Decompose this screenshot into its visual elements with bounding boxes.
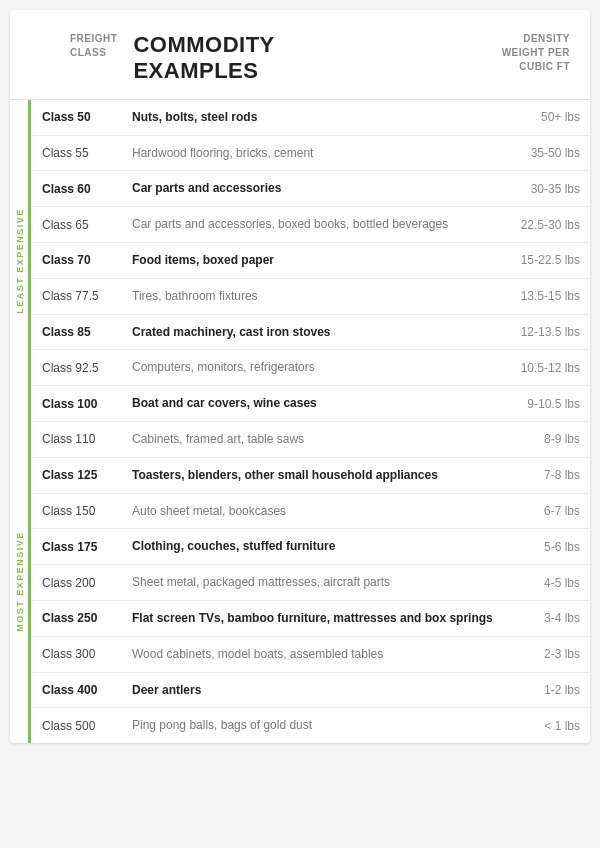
class-cell: Class 150 — [32, 493, 122, 529]
class-cell: Class 175 — [32, 529, 122, 565]
density-cell: 7-8 lbs — [510, 457, 590, 493]
density-cell: 4-5 lbs — [510, 565, 590, 601]
examples-cell: Hardwood flooring, bricks, cement — [122, 135, 510, 171]
class-cell: Class 50 — [32, 100, 122, 135]
examples-cell: Food items, boxed paper — [122, 242, 510, 278]
class-cell: Class 500 — [32, 708, 122, 743]
header-left: FREIGHT CLASS COMMODITY EXAMPLES — [70, 32, 275, 85]
class-cell: Class 55 — [32, 135, 122, 171]
table-row: Class 77.5Tires, bathroom fixtures13.5-1… — [32, 278, 590, 314]
table-row: Class 55Hardwood flooring, bricks, cemen… — [32, 135, 590, 171]
density-cell: 1-2 lbs — [510, 672, 590, 708]
examples-cell: Wood cabinets, model boats, assembled ta… — [122, 636, 510, 672]
table-row: Class 200Sheet metal, packaged mattresse… — [32, 565, 590, 601]
freight-class-label: FREIGHT CLASS — [70, 32, 117, 60]
table-row: Class 92.5Computers, monitors, refrigera… — [32, 350, 590, 386]
table-row: Class 400Deer antlers1-2 lbs — [32, 672, 590, 708]
class-cell: Class 200 — [32, 565, 122, 601]
examples-cell: Sheet metal, packaged mattresses, aircra… — [122, 565, 510, 601]
class-cell: Class 92.5 — [32, 350, 122, 386]
table-row: Class 60Car parts and accessories30-35 l… — [32, 171, 590, 207]
class-cell: Class 85 — [32, 314, 122, 350]
table-row: Class 85Crated machinery, cast iron stov… — [32, 314, 590, 350]
table-row: Class 70Food items, boxed paper15-22.5 l… — [32, 242, 590, 278]
density-cell: 30-35 lbs — [510, 171, 590, 207]
header: FREIGHT CLASS COMMODITY EXAMPLES DENSITY… — [10, 10, 590, 100]
class-cell: Class 125 — [32, 457, 122, 493]
table-row: Class 150Auto sheet metal, bookcases6-7 … — [32, 493, 590, 529]
density-label: DENSITY WEIGHT PER CUBIC FT — [502, 32, 570, 74]
class-cell: Class 70 — [32, 242, 122, 278]
density-cell: 6-7 lbs — [510, 493, 590, 529]
examples-cell: Crated machinery, cast iron stoves — [122, 314, 510, 350]
least-expensive-bar — [28, 100, 31, 422]
table-row: Class 65Car parts and accessories, boxed… — [32, 207, 590, 243]
table-container: LEAST EXPENSIVE MOST EXPENSIVE Class 50N… — [10, 100, 590, 743]
density-cell: 5-6 lbs — [510, 529, 590, 565]
table-row: Class 100Boat and car covers, wine cases… — [32, 386, 590, 422]
examples-cell: Nuts, bolts, steel rods — [122, 100, 510, 135]
commodity-examples-label: COMMODITY EXAMPLES — [133, 32, 274, 85]
table-row: Class 175Clothing, couches, stuffed furn… — [32, 529, 590, 565]
table-row: Class 500Ping pong balls, bags of gold d… — [32, 708, 590, 743]
density-cell: 2-3 lbs — [510, 636, 590, 672]
density-cell: 22.5-30 lbs — [510, 207, 590, 243]
examples-cell: Auto sheet metal, bookcases — [122, 493, 510, 529]
density-cell: 3-4 lbs — [510, 600, 590, 636]
examples-cell: Car parts and accessories — [122, 171, 510, 207]
density-cell: 35-50 lbs — [510, 135, 590, 171]
examples-cell: Car parts and accessories, boxed books, … — [122, 207, 510, 243]
table-row: Class 300Wood cabinets, model boats, ass… — [32, 636, 590, 672]
class-cell: Class 100 — [32, 386, 122, 422]
examples-cell: Toasters, blenders, other small househol… — [122, 457, 510, 493]
examples-cell: Tires, bathroom fixtures — [122, 278, 510, 314]
table-row: Class 50Nuts, bolts, steel rods50+ lbs — [32, 100, 590, 135]
examples-cell: Flat screen TVs, bamboo furniture, mattr… — [122, 600, 510, 636]
table-row: Class 250Flat screen TVs, bamboo furnitu… — [32, 600, 590, 636]
main-card: FREIGHT CLASS COMMODITY EXAMPLES DENSITY… — [10, 10, 590, 743]
class-cell: Class 65 — [32, 207, 122, 243]
most-expensive-bar — [28, 421, 31, 743]
density-cell: 15-22.5 lbs — [510, 242, 590, 278]
examples-cell: Boat and car covers, wine cases — [122, 386, 510, 422]
class-cell: Class 400 — [32, 672, 122, 708]
examples-cell: Ping pong balls, bags of gold dust — [122, 708, 510, 743]
density-cell: 10.5-12 lbs — [510, 350, 590, 386]
density-cell: 9-10.5 lbs — [510, 386, 590, 422]
examples-cell: Computers, monitors, refrigerators — [122, 350, 510, 386]
class-cell: Class 77.5 — [32, 278, 122, 314]
class-cell: Class 110 — [32, 421, 122, 457]
class-cell: Class 60 — [32, 171, 122, 207]
examples-cell: Deer antlers — [122, 672, 510, 708]
freight-table: Class 50Nuts, bolts, steel rods50+ lbsCl… — [32, 100, 590, 743]
table-row: Class 125Toasters, blenders, other small… — [32, 457, 590, 493]
examples-cell: Clothing, couches, stuffed furniture — [122, 529, 510, 565]
class-cell: Class 250 — [32, 600, 122, 636]
least-expensive-label: LEAST EXPENSIVE — [10, 100, 30, 422]
class-cell: Class 300 — [32, 636, 122, 672]
density-cell: 8-9 lbs — [510, 421, 590, 457]
most-expensive-label: MOST EXPENSIVE — [10, 421, 30, 743]
density-cell: 50+ lbs — [510, 100, 590, 135]
examples-cell: Cabinets, framed art, table saws — [122, 421, 510, 457]
density-cell: 12-13.5 lbs — [510, 314, 590, 350]
table-row: Class 110Cabinets, framed art, table saw… — [32, 421, 590, 457]
density-cell: < 1 lbs — [510, 708, 590, 743]
density-cell: 13.5-15 lbs — [510, 278, 590, 314]
